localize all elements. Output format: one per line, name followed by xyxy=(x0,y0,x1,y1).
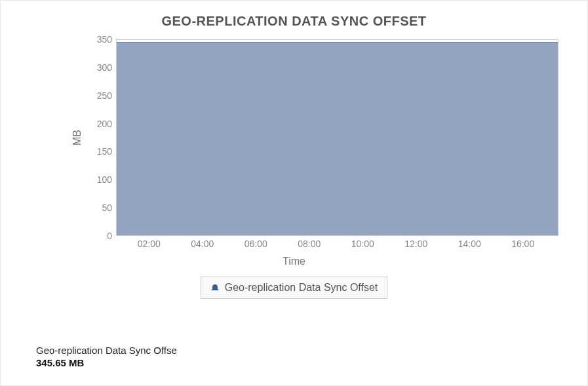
chart-panel: GEO-REPLICATION DATA SYNC OFFSET MB 0501… xyxy=(0,0,588,386)
bell-icon xyxy=(210,284,220,292)
y-tick-label: 200 xyxy=(97,119,112,129)
plot-area xyxy=(116,39,559,236)
y-tick-label: 350 xyxy=(97,34,112,45)
legend-row: Geo-replication Data Sync Offset xyxy=(16,277,572,299)
x-tick-label: 02:00 xyxy=(138,239,161,249)
data-area-fill xyxy=(117,42,558,235)
y-tick-label: 0 xyxy=(107,231,112,241)
y-tick-label: 250 xyxy=(97,90,112,101)
x-tick-label: 14:00 xyxy=(458,239,481,249)
x-axis-row: 02:0004:0006:0008:0010:0012:0014:0016:00 xyxy=(69,236,559,254)
chart-title: GEO-REPLICATION DATA SYNC OFFSET xyxy=(16,14,572,29)
x-tick-label: 16:00 xyxy=(511,239,534,249)
x-axis-label: Time xyxy=(16,256,572,267)
x-tick-label: 04:00 xyxy=(191,239,214,249)
x-tick-label: 12:00 xyxy=(404,239,427,249)
y-tick-label: 50 xyxy=(102,203,112,213)
summary-label: Geo-replication Data Sync Offse xyxy=(36,345,180,356)
x-tick-label: 06:00 xyxy=(245,239,267,249)
x-axis-ticks: 02:0004:0006:0008:0010:0012:0014:0016:00 xyxy=(113,236,559,254)
y-axis-ticks: 050100150200250300350 xyxy=(86,39,116,236)
chart-body: MB 050100150200250300350 xyxy=(69,39,559,236)
x-tick-label: 10:00 xyxy=(351,239,374,249)
y-tick-label: 100 xyxy=(97,174,112,185)
legend-item: Geo-replication Data Sync Offset xyxy=(201,277,388,299)
legend-label: Geo-replication Data Sync Offset xyxy=(225,282,378,294)
y-axis-label: MB xyxy=(69,39,86,236)
y-tick-label: 300 xyxy=(97,62,112,73)
x-tick-label: 08:00 xyxy=(298,239,321,249)
y-tick-label: 150 xyxy=(97,146,112,157)
summary-block: Geo-replication Data Sync Offse 345.65 M… xyxy=(36,345,180,368)
summary-value: 345.65 MB xyxy=(36,357,180,368)
